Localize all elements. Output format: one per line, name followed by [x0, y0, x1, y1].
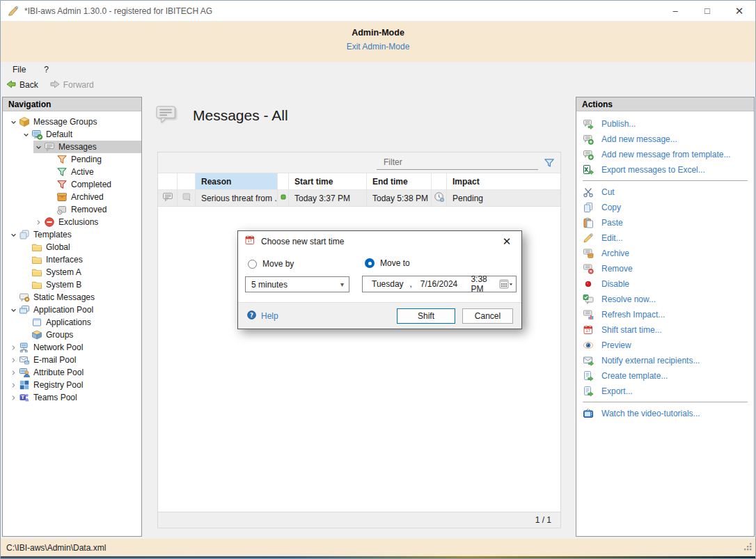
action-cut[interactable]: Cut: [576, 184, 754, 200]
chevron-down-icon[interactable]: [8, 229, 19, 240]
tree-item-e-mail-pool[interactable]: E-mail Pool: [8, 354, 141, 366]
tree-item-default[interactable]: Default: [21, 128, 141, 141]
tree-item-archived[interactable]: Archived: [46, 191, 141, 203]
calendar-dropdown-icon[interactable]: [499, 278, 513, 290]
tree-item-templates[interactable]: Templates: [8, 228, 141, 241]
action-add-new-message[interactable]: Add new message...: [576, 132, 754, 147]
chevron-right-icon[interactable]: [8, 342, 19, 353]
action-notify-external-recipients[interactable]: Notify external recipients...: [576, 353, 754, 368]
move-by-radio[interactable]: Move by: [248, 259, 294, 269]
column-header-status[interactable]: [278, 173, 289, 189]
messages-table: Reason Start time End time Impact Seriou…: [157, 152, 561, 528]
forward-button[interactable]: Forward: [49, 79, 94, 92]
dialog-close-icon[interactable]: ✕: [492, 231, 521, 251]
action-remove[interactable]: Remove: [576, 261, 754, 276]
attribute-icon: [19, 367, 30, 378]
tree-item-removed[interactable]: Removed: [46, 203, 141, 216]
expander-spacer: [46, 154, 56, 165]
action-preview[interactable]: Preview: [576, 338, 754, 353]
chevron-right-icon[interactable]: [33, 216, 44, 228]
action-paste[interactable]: Paste: [576, 215, 754, 230]
column-header-type[interactable]: [158, 173, 178, 189]
chevron-right-icon[interactable]: [8, 354, 19, 365]
exit-admin-mode-link[interactable]: Exit Admin-Mode: [1, 42, 755, 52]
tree-item-active[interactable]: Active: [46, 166, 141, 178]
teams-icon: T: [19, 392, 30, 403]
chevron-down-icon[interactable]: [33, 141, 44, 152]
help-link[interactable]: ? Help: [246, 310, 278, 322]
maximize-button[interactable]: □: [691, 1, 723, 21]
shift-button[interactable]: Shift: [397, 308, 455, 324]
datetime-picker[interactable]: Tuesday , 7/16/2024 3:38 PM: [362, 276, 517, 292]
cancel-button[interactable]: Cancel: [462, 308, 513, 324]
filter-icon[interactable]: [542, 157, 556, 169]
actions-separator: [583, 180, 748, 181]
action-copy[interactable]: Copy: [576, 200, 754, 215]
close-button[interactable]: ✕: [723, 1, 755, 21]
tree-item-static-messages[interactable]: Static Messages: [8, 291, 141, 304]
column-header-end-time[interactable]: End time: [367, 173, 432, 189]
tree-item-network-pool[interactable]: Network Pool: [8, 341, 141, 354]
tree-item-registry-pool[interactable]: Registry Pool: [8, 379, 141, 391]
tree-item-completed[interactable]: Completed: [46, 178, 141, 191]
action-archive[interactable]: Archive: [576, 246, 754, 261]
back-button[interactable]: Back: [6, 79, 38, 92]
bubble-gear-icon: [19, 292, 30, 303]
action-shift-start-time[interactable]: 17Shift start time...: [576, 322, 754, 338]
action-edit[interactable]: Edit...: [576, 230, 754, 246]
radio-selected-icon[interactable]: [365, 258, 375, 268]
tree-item-message-groups[interactable]: Message Groups: [8, 116, 141, 128]
tree-item-exclusions[interactable]: Exclusions: [33, 216, 141, 228]
forward-arrow-icon: [49, 79, 61, 92]
actions-header: Actions: [576, 97, 754, 111]
tree-item-attribute-pool[interactable]: Attribute Pool: [8, 366, 141, 379]
action-export-messages-to-excel[interactable]: Export messages to Excel...: [576, 162, 754, 178]
chevron-right-icon[interactable]: [8, 392, 19, 403]
chevron-down-icon[interactable]: [8, 304, 19, 315]
column-header-impact-icon[interactable]: [432, 173, 447, 189]
column-header-start-time[interactable]: Start time: [289, 173, 367, 189]
message-row[interactable]: Serious threat from ... Today 3:37 PM To…: [158, 190, 560, 207]
tree-item-application-pool[interactable]: Application Pool: [8, 304, 141, 316]
action-export[interactable]: Export...: [576, 384, 754, 399]
move-to-radio[interactable]: Move to: [365, 258, 410, 268]
menu-file[interactable]: File: [13, 65, 26, 74]
tree-item-applications[interactable]: Applications: [21, 316, 141, 329]
minimize-button[interactable]: –: [659, 1, 691, 21]
action-disable[interactable]: Disable: [576, 276, 754, 292]
action-watch-the-video-tutorials[interactable]: Watch the video-tutorials...: [576, 406, 754, 421]
tree-item-teams-pool[interactable]: TTeams Pool: [8, 391, 141, 404]
back-arrow-icon: [6, 79, 17, 92]
column-header-state[interactable]: [178, 173, 196, 189]
action-publish[interactable]: Publish...: [576, 116, 754, 132]
chevron-down-icon[interactable]: [21, 129, 31, 140]
help-icon: ?: [246, 310, 257, 322]
tree-item-interfaces[interactable]: Interfaces: [21, 253, 141, 266]
tree-item-system-a[interactable]: System A: [21, 266, 141, 278]
chevron-right-icon[interactable]: [8, 367, 19, 378]
expander-spacer: [46, 204, 56, 215]
filter-input[interactable]: [377, 156, 538, 170]
duration-select[interactable]: 5 minutes ▾: [245, 276, 349, 292]
tree-item-global[interactable]: Global: [21, 241, 141, 253]
action-resolve-now[interactable]: Resolve now...: [576, 292, 754, 307]
tree-item-groups[interactable]: Groups: [21, 329, 141, 341]
chevron-down-icon[interactable]: [8, 116, 19, 127]
action-refresh-impact[interactable]: Refresh Impact...: [576, 307, 754, 322]
tree-item-system-b[interactable]: System B: [21, 278, 141, 291]
copy-icon: [583, 202, 595, 213]
status-bar: C:\IBI-aws\Admin\Data.xml: [1, 539, 755, 556]
radio-unselected-icon[interactable]: [248, 260, 257, 269]
resize-grip-icon[interactable]: [743, 542, 753, 553]
tree-item-messages[interactable]: Messages: [33, 141, 141, 153]
column-header-reason[interactable]: Reason: [196, 173, 278, 189]
app-window: *IBI-aws Admin 1.30.0 - registered for I…: [0, 0, 756, 559]
tree-item-pending[interactable]: Pending: [46, 153, 141, 166]
toolbar: Back Forward: [1, 77, 755, 93]
menu-help[interactable]: ?: [44, 65, 49, 74]
calendar-red-icon: 17: [583, 324, 595, 336]
chevron-right-icon[interactable]: [8, 379, 19, 391]
column-header-impact[interactable]: Impact: [447, 173, 560, 189]
action-create-template[interactable]: Create template...: [576, 368, 754, 384]
action-add-new-message-from-template[interactable]: Add new message from template...: [576, 147, 754, 162]
